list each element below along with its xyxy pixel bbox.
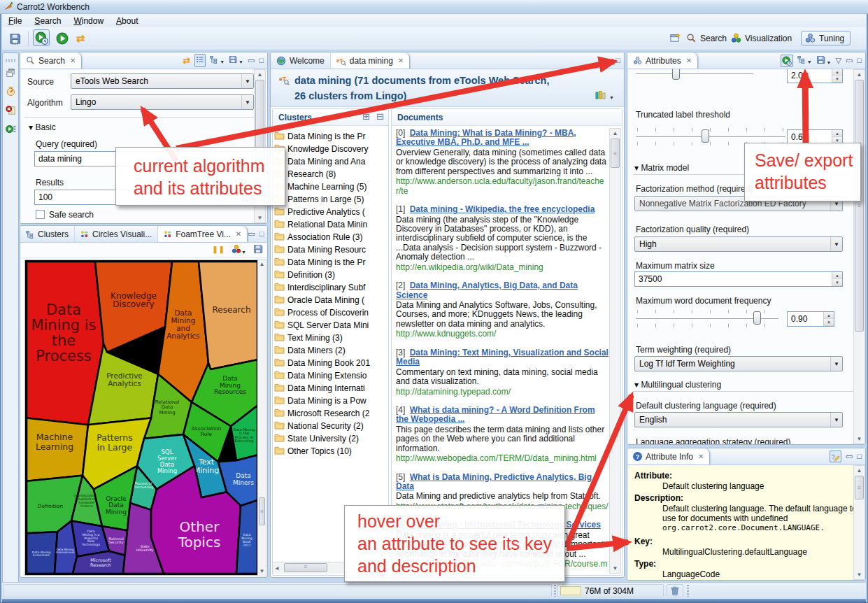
document-url[interactable]: http://www.anderson.ucla.edu/faculty/jas… bbox=[396, 177, 609, 196]
maximum-matrix-size-spinner[interactable]: 37500▲▼ bbox=[634, 271, 843, 287]
cluster-item[interactable]: Knowledge Discovery bbox=[274, 143, 387, 155]
cluster-item[interactable]: Data Mining is a Pow bbox=[274, 395, 387, 407]
foamtree-cell-research[interactable] bbox=[199, 262, 257, 369]
visualization-perspective-button[interactable]: Visualization bbox=[731, 33, 792, 43]
cluster-item[interactable]: Data Mining is the Pr bbox=[274, 256, 387, 269]
live-update-toggle-icon[interactable] bbox=[781, 55, 793, 67]
source-combo[interactable]: eTools Web Search▼ bbox=[71, 73, 254, 89]
layout-switch-icon[interactable]: ▼ bbox=[595, 90, 614, 102]
maximize-icon[interactable]: □ bbox=[259, 230, 264, 238]
document-url[interactable]: http://www.kdnuggets.com/ bbox=[396, 329, 609, 339]
collapse-all-icon[interactable]: ⊟ bbox=[376, 111, 384, 122]
relayout-icon[interactable]: ▼ bbox=[232, 244, 246, 257]
save-image-icon[interactable] bbox=[253, 244, 263, 257]
excluded-documents-view-icon[interactable] bbox=[6, 105, 16, 118]
slider-thumb[interactable] bbox=[702, 129, 709, 143]
cluster-item[interactable]: Oracle Data Mining ( bbox=[274, 294, 387, 306]
tab-circles-visualization[interactable]: Circles Visuali... bbox=[75, 226, 158, 242]
document-title-link[interactable]: What is data mining? - A Word Definition… bbox=[396, 405, 595, 424]
slider-track[interactable] bbox=[636, 73, 753, 76]
open-perspective-button[interactable] bbox=[670, 33, 681, 43]
cluster-item[interactable]: Predictive Analytics ( bbox=[274, 206, 387, 218]
cluster-item[interactable]: Patterns in Large (5) bbox=[274, 193, 387, 206]
cluster-item[interactable]: SQL Server Data Mini bbox=[274, 319, 387, 332]
document-title-link[interactable]: What is Data Mining, Predictive Analytic… bbox=[396, 472, 592, 491]
document-title-link[interactable]: Data Mining: What is Data Mining? - MBA,… bbox=[396, 129, 576, 147]
document-url[interactable]: http://datamining.typepad.com/ bbox=[396, 388, 609, 397]
attributes-scrollbar[interactable]: ▲ ≡ ▼ bbox=[853, 69, 865, 444]
algorithm-combo[interactable]: Lingo▼ bbox=[71, 94, 254, 110]
tab-attributes[interactable]: Attributes✕ bbox=[627, 52, 698, 69]
max-word-doc-freq-spinner[interactable]: 0.90▲▼ bbox=[787, 311, 834, 327]
heap-status[interactable]: 76M of 304M bbox=[557, 584, 664, 597]
minimize-icon[interactable]: ▭ bbox=[248, 57, 255, 64]
tab-foamtree-visualization[interactable]: FoamTree Vi...✕ bbox=[158, 226, 248, 242]
menu-search[interactable]: Search bbox=[28, 15, 67, 27]
cluster-item[interactable]: Data Mining and Ana bbox=[274, 155, 387, 168]
maximize-icon[interactable]: □ bbox=[259, 57, 264, 64]
term-weighting-combo[interactable]: Log Tf Idf Term Weighting▼ bbox=[634, 356, 843, 371]
process-live-update-button[interactable] bbox=[33, 29, 50, 46]
cluster-item[interactable]: Microsoft Research (2 bbox=[274, 407, 387, 420]
search-perspective-button[interactable]: Search bbox=[686, 33, 727, 43]
slider-track[interactable] bbox=[636, 136, 785, 139]
cluster-item[interactable]: Data Miners (2) bbox=[274, 344, 387, 357]
tab-attribute-info[interactable]: ? Attribute Info✕ bbox=[627, 448, 710, 464]
processing-list-view-icon[interactable] bbox=[6, 124, 16, 137]
document-url[interactable]: http://en.wikipedia.org/wiki/Data_mining bbox=[396, 263, 609, 272]
tab-data-mining-result[interactable]: eT data mining✕ bbox=[331, 52, 410, 69]
pause-animation-icon[interactable]: ❚❚ bbox=[212, 246, 225, 253]
cluster-item[interactable]: Text Mining (3) bbox=[274, 332, 387, 344]
cluster-item[interactable]: Research (8) bbox=[274, 168, 387, 180]
close-icon[interactable]: ✕ bbox=[686, 57, 692, 64]
slider-thumb[interactable] bbox=[672, 69, 680, 80]
close-icon[interactable]: ✕ bbox=[236, 230, 241, 238]
matrix-model-section-header[interactable]: ▾ Matrix model bbox=[634, 163, 689, 173]
title-bar[interactable]: Carrot2 Workbench bbox=[0, 0, 868, 14]
cluster-item[interactable]: Data Mining Book 201 bbox=[274, 357, 387, 369]
document-title-link[interactable]: Data Mining, Analytics, Big Data, and Da… bbox=[396, 281, 578, 299]
cluster-item[interactable]: National Security (2) bbox=[274, 420, 387, 432]
minimize-icon[interactable]: ▭ bbox=[846, 57, 853, 64]
maximize-icon[interactable]: □ bbox=[857, 453, 862, 460]
cluster-item[interactable]: Interdisciplinary Subf bbox=[274, 281, 387, 294]
minimize-icon[interactable]: ▭ bbox=[846, 453, 853, 460]
basic-section-header[interactable]: ▾ Basic bbox=[29, 122, 56, 132]
document-title-link[interactable]: Data Mining: Text Mining, Visualization … bbox=[396, 348, 609, 367]
cluster-item[interactable]: State University (2) bbox=[274, 432, 387, 445]
cluster-item[interactable]: Association Rule (3) bbox=[274, 231, 387, 243]
attribute-info-scrollbar[interactable]: ▲ ≡ ▼ bbox=[853, 465, 865, 580]
view-menu-icon[interactable]: ▽ bbox=[835, 57, 841, 64]
factorization-quality-combo[interactable]: High▼ bbox=[634, 236, 843, 252]
foamtree-scrollbar[interactable]: ▲ ≡ ▼ bbox=[257, 259, 266, 576]
cluster-item[interactable]: Machine Learning (5) bbox=[274, 180, 387, 193]
expand-all-icon[interactable]: ⊞ bbox=[362, 111, 370, 122]
maximize-icon[interactable]: □ bbox=[857, 57, 862, 64]
menu-about[interactable]: About bbox=[110, 15, 144, 27]
cluster-item[interactable]: Definition (3) bbox=[274, 269, 387, 281]
save-attributes-icon[interactable]: ▼ bbox=[816, 55, 832, 66]
menu-window[interactable]: Window bbox=[67, 15, 110, 27]
multilingual-clustering-section-header[interactable]: ▾ Multilingual clustering bbox=[634, 380, 721, 390]
cluster-item[interactable]: Process of Discoverin bbox=[274, 306, 387, 319]
default-clustering-language-combo[interactable]: English▼ bbox=[634, 412, 843, 427]
slider-thumb[interactable] bbox=[753, 311, 761, 325]
minimize-icon[interactable]: ▭ bbox=[604, 57, 611, 64]
link-with-selection-icon[interactable]: ? bbox=[830, 451, 841, 462]
benchmark-view-icon[interactable] bbox=[6, 86, 16, 99]
cluster-item[interactable]: Other Topics (10) bbox=[274, 445, 387, 457]
safe-search-checkbox[interactable] bbox=[36, 210, 45, 219]
document-title-link[interactable]: Data mining - Wikipedia, the free encycl… bbox=[410, 204, 595, 214]
close-icon[interactable]: ✕ bbox=[698, 453, 704, 460]
minimize-icon[interactable]: ▭ bbox=[248, 230, 255, 238]
close-icon[interactable]: ✕ bbox=[70, 57, 76, 64]
garbage-collect-button[interactable] bbox=[667, 584, 683, 597]
restart-processing-icon[interactable]: ⇄ bbox=[72, 30, 89, 47]
cluster-item[interactable]: Data Mining Resourc bbox=[274, 243, 387, 256]
restore-views-icon[interactable] bbox=[6, 68, 15, 80]
tab-search[interactable]: Search✕ bbox=[20, 52, 82, 69]
fast-view-grip[interactable] bbox=[6, 59, 15, 62]
cluster-item[interactable]: Data Mining Internati bbox=[274, 382, 387, 395]
cluster-item[interactable]: Data Mining is the Pr bbox=[274, 130, 387, 143]
documents-scrollbar[interactable]: ▲ ≡ ▼ bbox=[609, 128, 621, 574]
